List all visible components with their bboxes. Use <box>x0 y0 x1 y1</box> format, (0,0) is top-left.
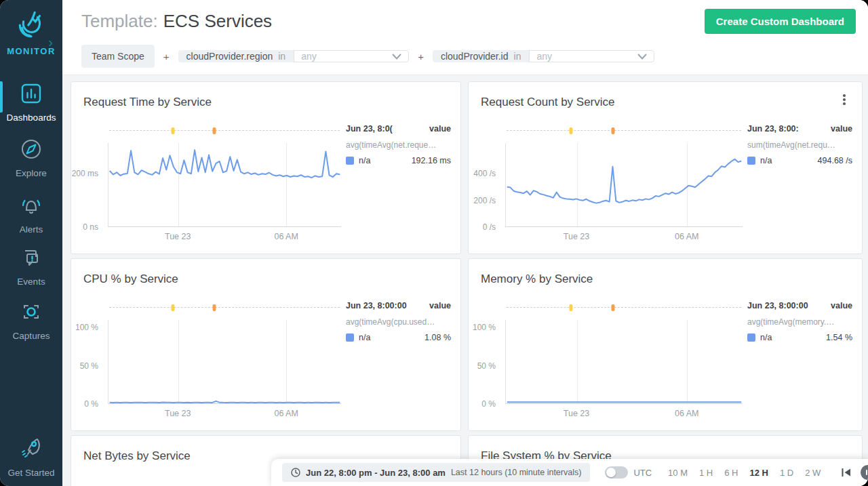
filter-cloudprovider-region[interactable]: cloudProvider.region in any <box>178 50 410 62</box>
time-range-picker[interactable]: Jun 22, 8:00 pm - Jun 23, 8:00 am Last 1… <box>282 463 590 482</box>
series-label: n/a <box>359 156 370 165</box>
sidebar-item-events[interactable]: Events <box>0 244 62 287</box>
explore-compass-icon <box>18 136 45 163</box>
event-timeline-strip <box>109 130 340 137</box>
range-10m[interactable]: 10 M <box>668 468 688 478</box>
event-timeline-strip <box>507 130 741 137</box>
card-menu-kebab-icon[interactable] <box>837 93 851 106</box>
team-scope-chip[interactable]: Team Scope <box>81 45 155 68</box>
chart-plot[interactable] <box>505 320 743 404</box>
chart-legend: Jun 23, 8:00:00value avg(timeAvg(cpu.use… <box>346 301 451 342</box>
legend-series-row[interactable]: n/a 494.68 /s <box>747 156 852 165</box>
filter-value-dropdown[interactable]: any <box>294 50 409 62</box>
chevron-down-icon <box>392 54 401 60</box>
chart-legend: Jun 23, 8:00:00value avg(timeAvg(memory.… <box>747 301 852 342</box>
sidebar-item-label: Get Started <box>0 468 62 478</box>
filter-value-placeholder: any <box>536 51 552 62</box>
page-header: Template:ECS Services Create Custom Dash… <box>62 0 868 75</box>
sidebar-item-get-started[interactable]: Get Started <box>0 432 62 478</box>
chart-title: Memory % by Service <box>481 272 593 286</box>
x-axis: Tue 2306 AM <box>108 232 341 243</box>
pause-button-icon[interactable] <box>861 465 868 480</box>
filter-operator: in <box>278 51 285 62</box>
time-navigation-toolbar: Jun 22, 8:00 pm - Jun 23, 8:00 am Last 1… <box>271 459 868 486</box>
utc-toggle-group[interactable]: UTC <box>605 466 652 479</box>
chart-legend: Jun 23, 8:00:value sum(timeAvg(net.requ…… <box>747 124 852 165</box>
title-prefix: Template: <box>81 11 158 31</box>
title-main: ECS Services <box>163 11 272 31</box>
card-memory: Memory % by Service 100 %50 %0 % Tue 230… <box>468 258 863 431</box>
sidebar-item-label: Explore <box>0 168 62 178</box>
chart-plot[interactable] <box>108 320 341 404</box>
dashboards-icon <box>18 80 45 107</box>
sidebar-item-label: Captures <box>0 331 62 341</box>
x-axis: Tue 2306 AM <box>108 409 341 420</box>
y-axis: 400 /s200 /s0 /s <box>469 143 501 227</box>
utc-label: UTC <box>633 468 652 478</box>
filter-field: cloudProvider.region <box>186 51 273 62</box>
sidebar-item-label: Dashboards <box>0 113 62 123</box>
card-request-count: Request Count by Service 400 /s200 /s0 /… <box>468 81 863 254</box>
legend-time: Jun 23, 8:00: <box>747 124 799 134</box>
sidebar-item-dashboards[interactable]: Dashboards <box>0 80 62 123</box>
sidebar-item-explore[interactable]: Explore <box>0 136 62 178</box>
clock-icon <box>291 468 300 477</box>
chart-plot[interactable] <box>505 143 743 227</box>
series-value: 192.16 ms <box>412 156 451 165</box>
dashboard-grid: Request Time by Service 200 ms0 ns Tue 2… <box>62 75 868 486</box>
sidebar-item-label: Events <box>0 277 62 287</box>
create-custom-dashboard-button[interactable]: Create Custom Dashboard <box>705 9 856 34</box>
legend-metric: avg(timeAvg(cpu.used… <box>346 317 451 327</box>
events-bubbles-icon <box>18 244 45 271</box>
series-value: 1.08 % <box>425 333 451 342</box>
series-label: n/a <box>359 333 370 342</box>
chart-title: Request Time by Service <box>83 96 212 109</box>
series-label: n/a <box>760 156 772 165</box>
captures-camera-icon <box>18 298 45 325</box>
monitor-logo[interactable]: › MONITOR <box>0 8 62 56</box>
filter-cloudprovider-id[interactable]: cloudProvider.id in any <box>433 50 655 62</box>
range-1h[interactable]: 1 H <box>699 468 713 478</box>
sidebar-item-label: Alerts <box>0 224 62 235</box>
sidebar-item-alerts[interactable]: Alerts <box>0 192 62 235</box>
card-request-time: Request Time by Service 200 ms0 ns Tue 2… <box>71 81 461 254</box>
interval-note: Last 12 hours (10 minute intervals) <box>451 468 581 477</box>
legend-value-header: value <box>831 124 852 134</box>
series-value: 494.68 /s <box>818 156 852 165</box>
range-12h[interactable]: 12 H <box>749 468 768 478</box>
legend-time: Jun 23, 8:00:00 <box>747 301 808 310</box>
rocket-icon <box>16 432 46 462</box>
range-6h[interactable]: 6 H <box>724 468 738 478</box>
sidebar-expand-chevron-icon[interactable]: › <box>48 35 53 49</box>
x-axis: Tue 2306 AM <box>505 232 743 243</box>
skip-back-icon[interactable] <box>841 468 852 477</box>
series-label: n/a <box>760 333 772 342</box>
chevron-down-icon <box>637 54 647 60</box>
app-window: › MONITOR Dashboards Explo <box>0 0 868 486</box>
chart-title: Net Bytes by Service <box>83 449 191 463</box>
playback-controls <box>841 465 868 480</box>
legend-time: Jun 23, 8:00:00 <box>346 301 407 310</box>
utc-toggle[interactable] <box>605 466 628 479</box>
sysdig-hand-logo-icon <box>14 8 48 42</box>
event-timeline-strip <box>109 307 340 314</box>
chart-plot[interactable] <box>108 143 341 227</box>
legend-series-row[interactable]: n/a 1.54 % <box>747 333 852 342</box>
series-color-swatch <box>747 333 755 342</box>
sidebar-item-captures[interactable]: Captures <box>0 298 62 341</box>
range-1d[interactable]: 1 D <box>780 468 793 478</box>
filter-operator: in <box>514 51 521 62</box>
legend-metric: sum(timeAvg(net.requ… <box>747 140 852 150</box>
page-title: Template:ECS Services <box>81 11 272 32</box>
sidebar: › MONITOR Dashboards Explo <box>0 0 62 486</box>
range-2w[interactable]: 2 W <box>805 468 821 478</box>
legend-series-row[interactable]: n/a 192.16 ms <box>346 156 451 165</box>
time-range-text: Jun 22, 8:00 pm - Jun 23, 8:00 am <box>306 468 446 478</box>
legend-series-row[interactable]: n/a 1.08 % <box>346 333 451 342</box>
monitor-label: MONITOR <box>0 46 62 56</box>
x-axis: Tue 2306 AM <box>505 409 743 420</box>
series-color-swatch <box>747 157 755 165</box>
legend-value-header: value <box>429 301 451 310</box>
filter-value-dropdown[interactable]: any <box>529 50 654 62</box>
plus-separator: + <box>163 51 170 62</box>
